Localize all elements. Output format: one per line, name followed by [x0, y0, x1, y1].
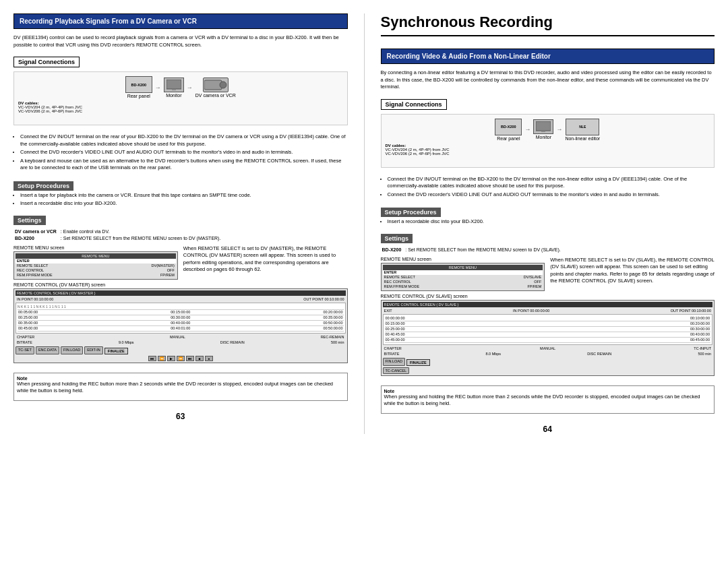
right-bitrate-value-row: BITRATE 8.0 Mbps DISC REMAIN 500 min: [383, 351, 713, 356]
left-settings-bdx200-val: : Set REMOTE SELECT from the REMOTE MENU…: [61, 236, 224, 241]
right-disc-remain-label: DISC REMAIN: [587, 352, 611, 356]
right-tc-input-label: TC-INPUT: [694, 346, 711, 350]
right-note-title: Note: [384, 389, 712, 394]
left-enc-data-btn[interactable]: ENC.DATA: [36, 346, 59, 354]
right-bullets: Connect the DV IN/OUT terminal on the BD…: [388, 176, 715, 200]
left-column: Recording Playback Signals From a DV Cam…: [13, 13, 348, 434]
right-arrow1: →: [524, 126, 530, 133]
left-edit-in-btn[interactable]: EDIT-IN: [84, 346, 103, 354]
right-tc-r4c2: 00:40:00:00: [690, 332, 710, 336]
right-arrow2: →: [556, 126, 562, 133]
right-setup-label: Setup Procedures: [381, 208, 441, 217]
right-rmenu-row1-val: DV/SLAVE: [524, 275, 542, 279]
right-bdx200-key: BD-X200: [382, 247, 402, 252]
left-camera-device: [203, 77, 229, 92]
left-btn-rewind[interactable]: ⏮: [148, 356, 156, 361]
right-tc-row2: 00:15:00:00 00:20:00:00: [385, 321, 711, 327]
right-bitrate-value: 8.0 Mbps: [485, 352, 501, 356]
right-setup-list: Insert a recordable disc into your BD-X2…: [388, 218, 715, 226]
right-out-point-value: 00:10:00:00: [692, 309, 711, 313]
left-arrow2: →: [187, 84, 193, 91]
right-remote-menu-label: REMOTE MENU screen: [381, 257, 545, 261]
right-remote-menu-screen: REMOTE MENU ENTER REMOTE SELECT DV/SLAVE…: [381, 263, 545, 291]
left-rc-dv-master-label: REMOTE CONTROL (DV MASTER) screen: [13, 282, 348, 287]
left-btn-next[interactable]: ⏩: [177, 356, 185, 361]
right-tc-row1: 00:00:00:00 00:10:00:00: [385, 316, 711, 321]
left-bitrate-label: BITRATE: [17, 340, 32, 344]
left-dv-master-note-container: When REMOTE SELECT is set to DV (MASTER)…: [183, 245, 348, 280]
left-finalize-btn[interactable]: FINALIZE: [104, 348, 128, 354]
right-in-point-label: IN POINT: [513, 309, 529, 313]
right-rmenu-row3-val: FP/REM: [527, 284, 541, 288]
svg-rect-4: [536, 121, 551, 131]
left-settings-label: Settings: [13, 216, 46, 225]
right-tc-r5c2: 00:45:00:00: [690, 338, 710, 342]
right-finalize-btn[interactable]: FINALIZE: [406, 359, 430, 366]
left-signal-connections: Signal Connections BD-X200 Rear panel → …: [13, 57, 348, 128]
left-tc-r1c3: 00:20:00:00: [323, 310, 342, 314]
left-section-title: Recording Playback Signals From a DV Cam…: [13, 13, 348, 29]
right-page-number: 64: [381, 425, 715, 434]
right-tc-r1c2: 00:10:00:00: [690, 316, 710, 320]
right-tc-r2c1: 00:15:00:00: [386, 321, 405, 325]
left-settings-bdx200: BD-X200: [15, 236, 59, 241]
left-rear-panel: BD-X200 Rear panel: [125, 76, 152, 98]
right-settings: Settings BD-X200 : Set REMOTE SELECT fro…: [381, 234, 715, 377]
right-rc-dv-slave-label: REMOTE CONTROL (DV SLAVE) screen: [381, 294, 715, 299]
right-rmenu-enter: ENTER: [383, 270, 543, 275]
left-settings-table: DV camera or VCR : Enable control via DV…: [13, 228, 224, 243]
left-btn-ffwd[interactable]: ⏭: [186, 356, 194, 361]
left-tc-hdr4: 1 1: [61, 305, 66, 309]
right-fin-load-btn[interactable]: FIN.LOAD: [383, 358, 405, 366]
page-container: Recording Playback Signals From a DV Cam…: [0, 0, 728, 447]
right-inout-points: EXIT IN POINT 00:00:00:00 OUT POINT 00:1…: [383, 308, 713, 313]
right-tc-r2c2: 00:20:00:00: [690, 321, 710, 325]
left-tc-r4c1: 00:45:00:00: [18, 326, 38, 330]
left-btn-stop[interactable]: ■: [195, 356, 204, 361]
right-note: Note When pressing and holding the REC b…: [381, 385, 715, 414]
right-monitor-label: Monitor: [536, 135, 551, 139]
right-dv-cable2: VC-VDV206 (2 m, 4P-6P) from JVC: [386, 152, 710, 156]
right-diagram-row: BD-X200 Rear panel → Monitor → NLE: [386, 119, 710, 141]
left-settings-dv-camera: DV camera or VCR: [15, 229, 59, 235]
right-tc-row3: 00:25:00:00 00:30:00:00: [385, 327, 711, 332]
right-dv-slave-screen-title: REMOTE CONTROL SCREEN { DV SLAVE }: [383, 302, 713, 307]
left-btn-play[interactable]: ▶: [167, 356, 175, 361]
left-rmenu-row2-val: OFF: [167, 268, 175, 272]
left-tc-hdr2: 1 1 N K K 1: [30, 305, 48, 309]
svg-rect-0: [166, 80, 181, 89]
left-btn-rec[interactable]: ●: [205, 356, 213, 361]
left-out-point: OUT POINT 00:10:00:00: [303, 297, 344, 301]
left-setup-list: Insert a tape for playback into the came…: [20, 192, 348, 208]
right-signal-connections: Signal Connections BD-X200 Rear panel → …: [381, 99, 715, 170]
left-fin-load-btn[interactable]: FIN.LOAD: [61, 346, 83, 354]
left-disc-remain-value: 500 min: [331, 340, 344, 344]
left-intro-text: DV (IEEE1394) control can be used to rec…: [13, 34, 348, 49]
left-remote-menu-label: REMOTE MENU screen: [13, 245, 178, 250]
left-rmenu-row3-label: REM.FP/REM MODE: [17, 273, 53, 277]
left-btn-prev[interactable]: ⏪: [158, 356, 166, 361]
left-tc-r2c1: 00:25:00:00: [18, 315, 38, 319]
left-remote-menu-container: REMOTE MENU screen REMOTE MENU ENTER REM…: [13, 245, 178, 280]
right-rear-panel: BD-X200 Rear panel: [495, 119, 522, 141]
left-tc-r2c2: 00:30:00:00: [171, 315, 190, 319]
left-tc-row3: 00:35:00:00 00:40:00:00 00:50:00:00: [18, 321, 344, 326]
right-signal-connections-label: Signal Connections: [381, 99, 447, 110]
right-bullet-1: Connect the DV IN/OUT terminal on the BD…: [388, 176, 715, 190]
right-nonlinear-device: NLE: [566, 119, 599, 135]
right-in-point: IN POINT 00:00:00:00: [513, 309, 549, 313]
left-monitor: Monitor: [164, 77, 184, 98]
left-remote-menu-screen: REMOTE MENU ENTER REMOTE SELECT DV(MASTE…: [13, 251, 178, 280]
left-manual-label: MANUAL: [170, 335, 185, 339]
right-tc-cancel-btn[interactable]: TC-CANCEL: [383, 367, 409, 374]
right-intro-text: By connecting a non-linear editor featur…: [381, 69, 715, 91]
right-rmenu-row2-val: OFF: [534, 280, 541, 284]
left-rmenu-row1-val: DV(MASTER): [152, 263, 175, 268]
left-tc-set-btn[interactable]: TC-SET: [16, 346, 34, 354]
left-note: Note When pressing and holding the REC b…: [13, 373, 348, 401]
right-page-title: Synchronous Recording: [381, 13, 715, 36]
right-nonlinear: NLE Non-linear editor: [565, 119, 600, 141]
right-timecode-grid: 00:00:00:00 00:10:00:00 00:15:00:00 00:2…: [383, 314, 713, 345]
left-disc-remain-label: DISC REMAIN: [220, 340, 245, 344]
monitor-icon: [166, 80, 181, 90]
